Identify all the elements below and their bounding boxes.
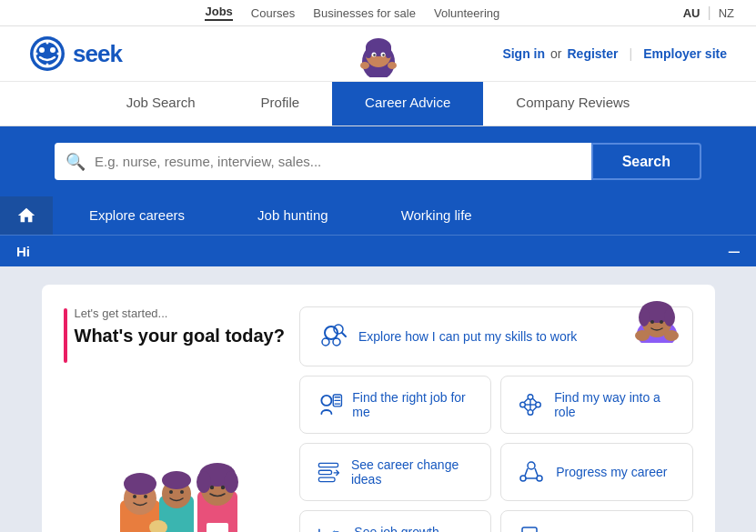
subnav-working-life[interactable]: Working life xyxy=(365,196,509,235)
svg-line-83 xyxy=(533,407,537,411)
option-job-growth[interactable]: See job growth trends xyxy=(299,510,491,532)
svg-rect-12 xyxy=(386,45,391,58)
option-progress-career[interactable]: Progress my career xyxy=(500,443,692,501)
svg-point-64 xyxy=(333,338,340,346)
svg-point-15 xyxy=(373,54,375,55)
svg-point-88 xyxy=(520,476,526,481)
explore-skills-icon xyxy=(315,320,348,353)
locale-sep: | xyxy=(708,5,711,21)
option-find-way-into-role[interactable]: Find my way into a role xyxy=(500,376,692,434)
home-icon xyxy=(16,206,36,226)
find-job-icon xyxy=(315,389,343,420)
svg-point-22 xyxy=(124,473,156,495)
locale-nz[interactable]: NZ xyxy=(719,6,734,20)
goal-card: Let's get started... What's your goal to… xyxy=(42,285,715,532)
svg-point-46 xyxy=(221,486,225,489)
svg-point-89 xyxy=(537,476,542,481)
option-find-right-job[interactable]: Find the right job for me xyxy=(299,376,491,434)
tab-profile[interactable]: Profile xyxy=(228,82,333,125)
svg-point-32 xyxy=(162,471,191,489)
topbar-businesses[interactable]: Businesses for sale xyxy=(313,6,416,20)
tab-job-search[interactable]: Job Search xyxy=(94,82,228,125)
svg-point-75 xyxy=(536,402,541,407)
svg-point-6 xyxy=(35,53,38,55)
goal-left: Let's get started... What's your goal to… xyxy=(64,306,285,532)
svg-point-76 xyxy=(528,395,533,400)
home-nav-button[interactable] xyxy=(0,196,53,235)
svg-point-18 xyxy=(388,62,397,69)
collapse-button[interactable]: – xyxy=(729,241,740,261)
svg-point-23 xyxy=(133,495,136,498)
or-text: or xyxy=(550,46,561,61)
svg-line-91 xyxy=(535,468,538,476)
option-career-change[interactable]: See career change ideas xyxy=(299,443,491,501)
svg-point-16 xyxy=(382,54,384,55)
svg-point-33 xyxy=(169,490,173,494)
topbar-volunteering[interactable]: Volunteering xyxy=(434,6,499,20)
explore-skills-label: Explore how I can put my skills to work xyxy=(358,329,577,344)
svg-line-68 xyxy=(342,333,346,336)
svg-point-56 xyxy=(639,308,650,326)
logo[interactable]: seek xyxy=(29,35,122,72)
svg-line-81 xyxy=(533,398,537,402)
svg-point-3 xyxy=(50,47,55,53)
subnav-job-hunting[interactable]: Job hunting xyxy=(221,196,365,235)
svg-rect-98 xyxy=(522,527,537,532)
search-icon: 🔍 xyxy=(66,152,86,172)
svg-point-61 xyxy=(664,330,679,341)
find-right-job-label: Find the right job for me xyxy=(352,390,476,419)
corner-character xyxy=(620,288,693,346)
svg-point-34 xyxy=(180,490,184,494)
svg-point-17 xyxy=(360,62,369,69)
svg-line-90 xyxy=(525,468,528,476)
svg-rect-84 xyxy=(318,463,338,467)
svg-point-24 xyxy=(144,495,147,498)
svg-point-69 xyxy=(321,396,331,406)
svg-rect-11 xyxy=(366,45,371,58)
svg-point-7 xyxy=(57,53,60,55)
register-link[interactable]: Register xyxy=(568,46,619,61)
seek-logo-icon xyxy=(29,35,66,72)
sign-in-link[interactable]: Sign in xyxy=(502,46,545,61)
svg-point-58 xyxy=(650,320,654,324)
topbar-jobs[interactable]: Jobs xyxy=(205,5,232,21)
search-box: 🔍 xyxy=(55,143,591,180)
svg-rect-47 xyxy=(207,523,228,532)
option-improve-resume[interactable]: Improve my resume xyxy=(500,510,692,532)
progress-career-label: Progress my career xyxy=(556,465,667,479)
auth-sep: | xyxy=(630,46,633,61)
find-way-icon xyxy=(516,389,545,420)
search-input[interactable] xyxy=(91,143,580,180)
tab-company-reviews[interactable]: Company Reviews xyxy=(483,82,662,125)
hi-label: Hi xyxy=(16,244,30,259)
find-way-into-role-label: Find my way into a role xyxy=(554,390,677,419)
svg-point-77 xyxy=(528,410,533,416)
progress-career-icon xyxy=(516,457,547,487)
svg-line-80 xyxy=(525,398,529,402)
goal-title: What's your goal today? xyxy=(75,324,285,347)
locale-au[interactable]: AU xyxy=(683,6,701,20)
employer-site-link[interactable]: Employer site xyxy=(643,46,727,61)
svg-rect-86 xyxy=(318,477,335,481)
goal-subtext: Let's get started... xyxy=(75,306,285,320)
svg-point-87 xyxy=(528,462,535,469)
svg-point-63 xyxy=(322,338,329,346)
svg-point-2 xyxy=(39,47,45,53)
svg-point-60 xyxy=(635,330,650,341)
svg-point-4 xyxy=(46,42,49,45)
search-button[interactable]: Search xyxy=(591,143,701,180)
job-growth-icon xyxy=(315,524,345,532)
subnav-explore-careers[interactable]: Explore careers xyxy=(53,196,221,235)
improve-resume-icon xyxy=(516,524,547,532)
svg-point-45 xyxy=(210,486,214,489)
svg-point-57 xyxy=(664,308,675,326)
svg-line-82 xyxy=(525,407,529,411)
topbar-courses[interactable]: Courses xyxy=(251,6,295,20)
logo-text: seek xyxy=(73,40,122,68)
svg-rect-85 xyxy=(318,470,331,474)
career-change-icon xyxy=(315,457,342,487)
tab-career-advice[interactable]: Career Advice xyxy=(332,82,483,125)
svg-point-44 xyxy=(224,471,238,493)
svg-point-5 xyxy=(46,64,49,66)
svg-point-43 xyxy=(197,471,211,493)
